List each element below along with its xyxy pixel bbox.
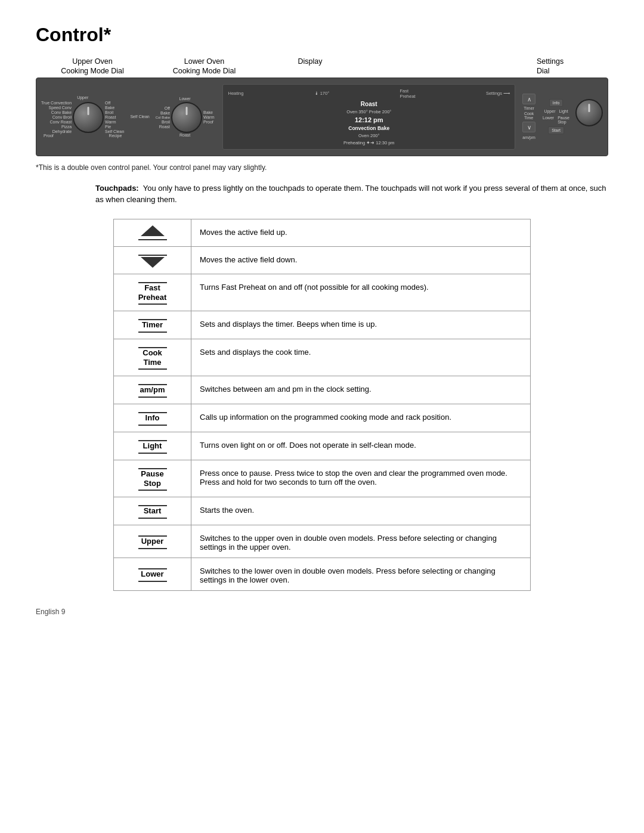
touchpads-paragraph: Touchpads: You only have to press lightl… bbox=[36, 182, 608, 206]
icon-line-bottom bbox=[138, 490, 167, 491]
table-description-cell: Turns Fast Preheat on and off (not possi… bbox=[191, 274, 531, 311]
table-icon-cell: Cook Time bbox=[114, 339, 191, 376]
icon-label: Pause bbox=[141, 469, 163, 478]
settings-dial-marker bbox=[589, 104, 590, 112]
table-icon-cell: Fast Preheat bbox=[114, 274, 191, 311]
icon-line-bottom bbox=[138, 518, 167, 519]
upper-oven-dial[interactable]: Upper True Convection Speed Conv Conv Ba… bbox=[41, 95, 124, 138]
icon-line-bottom bbox=[138, 581, 167, 582]
cook-time-label: CookTime bbox=[524, 112, 534, 120]
table-row: Pause Stop Press once to pause. Press tw… bbox=[114, 460, 531, 497]
light-btn-label: Light bbox=[559, 109, 568, 113]
upper-dial-top-label: Upper bbox=[77, 95, 88, 100]
up-arrow-shape bbox=[141, 225, 165, 236]
page-footer: English 9 bbox=[36, 608, 608, 616]
right-buttons-group: Info Upper Light Lower PauseStop Start bbox=[543, 99, 569, 134]
icon-label: Fast bbox=[144, 283, 160, 292]
lower-dial-labels-left: Off Bake Col Bake Broil Roast bbox=[156, 106, 170, 129]
table-description-cell: Switches between am and pm in the clock … bbox=[191, 376, 531, 404]
display-panel: Heating 🌡 170° FastPreheat Settings ⟶ Ro… bbox=[222, 84, 515, 150]
temp-display: 🌡 170° bbox=[314, 91, 330, 96]
upper-btn-label: Upper bbox=[544, 109, 555, 113]
display-conv-bake: Convection Bake bbox=[228, 125, 510, 131]
table-icon-cell bbox=[114, 246, 191, 274]
display-oven-probe: Oven 350° Probe 200° bbox=[228, 109, 510, 114]
table-icon-cell: Upper bbox=[114, 525, 191, 558]
display-roast: Roast bbox=[228, 101, 510, 107]
icon-label: am/pm bbox=[140, 385, 165, 394]
table-row: Fast Preheat Turns Fast Preheat on and o… bbox=[114, 274, 531, 311]
settings-label: SettingsDial bbox=[537, 57, 608, 76]
display-oven-temp: Oven 200° bbox=[228, 133, 510, 138]
lower-oven-dial[interactable]: Lower Off Bake Col Bake Broil Roast Bake… bbox=[156, 97, 215, 137]
timer-group: Timer CookTime bbox=[524, 106, 534, 120]
table-description-cell: Switches to the upper oven in double ove… bbox=[191, 525, 531, 558]
lower-dial-knob[interactable] bbox=[171, 102, 202, 133]
icon-line-bottom bbox=[138, 453, 167, 454]
table-description-cell: Switches to the lower oven in double ove… bbox=[191, 558, 531, 590]
table-row: Light Turns oven light on or off. Does n… bbox=[114, 432, 531, 460]
lower-dial-top-label: Lower bbox=[179, 97, 191, 101]
table-row: Moves the active field down. bbox=[114, 246, 531, 274]
header-labels: Upper OvenCooking Mode Dial Lower OvenCo… bbox=[36, 57, 608, 76]
down-arrow-shape bbox=[141, 257, 165, 268]
self-clean-label: Self Clean bbox=[130, 114, 149, 119]
display-preheat: Preheating ✦➜ 12:30 pm bbox=[228, 140, 510, 145]
lower-oven-label: Lower OvenCooking Mode Dial bbox=[149, 57, 259, 76]
dial-marker bbox=[88, 107, 89, 115]
upper-oven-label: Upper OvenCooking Mode Dial bbox=[36, 57, 149, 76]
lower-dial-marker bbox=[186, 107, 188, 115]
icon-sublabel: Time bbox=[143, 358, 161, 367]
table-icon-cell: Lower bbox=[114, 558, 191, 590]
start-btn[interactable]: Start bbox=[548, 126, 564, 134]
icon-label: Info bbox=[145, 413, 160, 422]
icon-sublabel: Preheat bbox=[138, 293, 167, 302]
settings-knob-area[interactable] bbox=[575, 99, 603, 126]
table-description-cell: Turns oven light on or off. Does not ope… bbox=[191, 432, 531, 460]
table-row: Upper Switches to the upper oven in doub… bbox=[114, 525, 531, 558]
up-arrow-icon bbox=[122, 225, 182, 240]
text-btn-icon: Fast Preheat bbox=[122, 280, 182, 305]
down-arrow-icon bbox=[122, 253, 182, 268]
lower-btn-label: Lower bbox=[543, 116, 554, 124]
display-label: Display bbox=[259, 57, 361, 76]
table-row: Start Starts the oven. bbox=[114, 497, 531, 525]
display-time: 12:12 pm bbox=[228, 116, 510, 123]
text-btn-icon: am/pm bbox=[122, 382, 182, 398]
text-btn-icon: Cook Time bbox=[122, 345, 182, 370]
text-btn-icon: Lower bbox=[122, 566, 182, 582]
icon-label: Cook bbox=[143, 348, 162, 357]
touchpads-text: You only have to press lightly on the to… bbox=[95, 184, 606, 205]
upper-dial-labels-left: True Convection Speed Conv Conv Bake Con… bbox=[41, 101, 72, 134]
icon-label: Light bbox=[143, 441, 162, 450]
table-icon-cell: Timer bbox=[114, 311, 191, 339]
icon-line-bottom bbox=[138, 332, 167, 333]
pause-stop-btn-label: PauseStop bbox=[558, 116, 569, 124]
icon-line-bottom bbox=[138, 304, 167, 305]
page-title: Control* bbox=[36, 24, 608, 46]
upper-dial-knob[interactable] bbox=[73, 102, 104, 133]
table-description-cell: Press once to pause. Press twice to stop… bbox=[191, 460, 531, 497]
down-arrow-btn[interactable]: ∨ bbox=[522, 122, 535, 132]
icon-label: Start bbox=[144, 506, 162, 515]
heating-label: Heating bbox=[228, 91, 243, 96]
controls-table: Moves the active field up. Moves the act… bbox=[113, 219, 531, 591]
icon-label: Upper bbox=[141, 537, 164, 546]
icon-label: Lower bbox=[141, 569, 163, 578]
table-icon-cell: Pause Stop bbox=[114, 460, 191, 497]
text-btn-icon: Upper bbox=[122, 534, 182, 549]
info-btn[interactable]: Info bbox=[549, 99, 564, 107]
table-description-cell: Sets and displays the cook time. bbox=[191, 339, 531, 376]
settings-dial-knob[interactable] bbox=[575, 99, 603, 126]
text-btn-icon: Light bbox=[122, 438, 182, 454]
table-icon-cell bbox=[114, 219, 191, 246]
disclaimer-text: *This is a double oven control panel. Yo… bbox=[36, 163, 608, 172]
table-row: am/pm Switches between am and pm in the … bbox=[114, 376, 531, 404]
table-row: Lower Switches to the lower oven in doub… bbox=[114, 558, 531, 590]
table-row: Info Calls up information on the program… bbox=[114, 404, 531, 432]
up-arrow-btn[interactable]: ∧ bbox=[522, 94, 535, 104]
oven-panel: Upper True Convection Speed Conv Conv Ba… bbox=[36, 78, 608, 156]
table-description-cell: Moves the active field up. bbox=[191, 219, 531, 246]
text-btn-icon: Start bbox=[122, 503, 182, 519]
table-icon-cell: Light bbox=[114, 432, 191, 460]
